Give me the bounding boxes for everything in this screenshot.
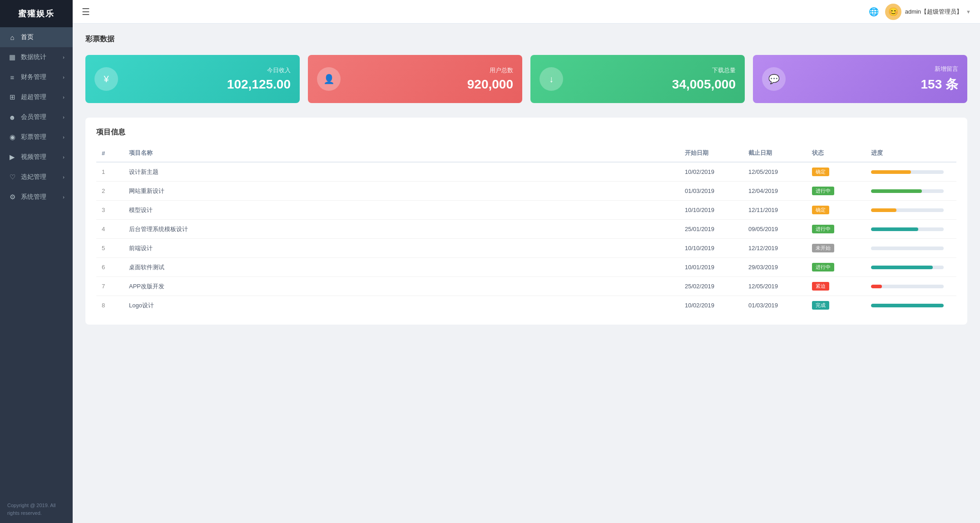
sidebar-logo: 蜜獾娱乐 [0,0,73,27]
nav-icon-selection: ♡ [8,173,16,181]
status-badge-7: 完成 [812,301,829,310]
cell-start-2: 10/10/2019 [679,201,743,220]
chevron-right-icon: › [63,74,64,80]
stat-icon-users: 👤 [317,67,341,91]
cell-end-2: 12/11/2019 [743,201,807,220]
cell-name-7: Logo设计 [124,296,679,315]
nav-icon-finance: ≡ [8,74,16,81]
sidebar-item-selection[interactable]: ♡ 选妃管理 › [0,167,73,187]
status-badge-5: 进行中 [812,263,834,271]
progress-bg-3 [871,227,944,231]
cell-name-4: 前端设计 [124,239,679,258]
stat-card-revenue: ¥ 今日收入 102,125.00 [85,55,300,103]
nav-icon-system: ⚙ [8,193,16,201]
nav-icon-video: ▶ [8,153,16,161]
sidebar-item-home[interactable]: ⌂ 首页 [0,27,73,47]
sidebar-item-label-member: 会员管理 [21,113,46,121]
sidebar-item-label-data-stats: 数据统计 [21,53,46,61]
sidebar-item-finance[interactable]: ≡ 财务管理 › [0,67,73,87]
progress-wrap-1 [871,189,951,193]
avatar: 😊 [885,4,901,20]
sidebar-item-super-admin[interactable]: ⊞ 超超管理 › [0,87,73,107]
stat-icon-messages: 💬 [762,67,786,91]
progress-bg-4 [871,247,944,250]
chevron-right-icon: › [63,194,64,200]
cell-status-6: 紧迫 [807,277,866,296]
hamburger-button[interactable]: ☰ [82,6,90,17]
cell-end-0: 12/05/2019 [743,162,807,182]
project-table: #项目名称开始日期截止日期状态进度 1 设计新主题 10/02/2019 12/… [96,144,956,315]
header-left: ☰ [82,6,90,17]
cell-name-0: 设计新主题 [124,162,679,182]
sidebar-nav: ⌂ 首页 ▦ 数据统计 › ≡ 财务管理 › ⊞ 超超管理 › ☻ 会员管理 ›… [0,27,73,495]
cell-status-5: 进行中 [807,258,866,277]
progress-bg-0 [871,170,944,174]
cell-progress-2 [866,201,956,220]
cell-num-1: 2 [96,182,124,201]
progress-wrap-0 [871,170,951,174]
sidebar-footer: Copyright @ 2019. All rights reserved. [0,495,73,523]
cell-num-6: 7 [96,277,124,296]
nav-icon-data-stats: ▦ [8,53,16,61]
username-label: admin【超级管理员】 [905,8,962,16]
table-row: 2 网站重新设计 01/03/2019 12/04/2019 进行中 [96,182,956,201]
sidebar-item-member[interactable]: ☻ 会员管理 › [0,107,73,127]
chevron-right-icon: › [63,54,64,60]
stat-value-revenue: 102,125.00 [126,77,291,92]
status-badge-0: 确定 [812,168,829,176]
cell-name-5: 桌面软件测试 [124,258,679,277]
nav-icon-home: ⌂ [8,34,16,41]
cell-num-5: 6 [96,258,124,277]
chevron-right-icon: › [63,174,64,180]
sidebar-item-video[interactable]: ▶ 视频管理 › [0,147,73,167]
cell-start-5: 10/01/2019 [679,258,743,277]
cell-name-1: 网站重新设计 [124,182,679,201]
progress-bg-5 [871,266,944,269]
progress-wrap-4 [871,247,951,250]
progress-bg-6 [871,285,944,288]
stat-card-downloads: ↓ 下载总量 34,005,000 [530,55,745,103]
stat-value-messages: 153 条 [794,76,958,93]
table-row: 5 前端设计 10/10/2019 12/12/2019 未开始 [96,239,956,258]
col-header-0: # [96,144,124,162]
cell-status-0: 确定 [807,162,866,182]
stat-info-revenue: 今日收入 102,125.00 [126,66,291,92]
sidebar-item-system[interactable]: ⚙ 系统管理 › [0,187,73,207]
chevron-right-icon: › [63,154,64,160]
cell-name-3: 后台管理系统模板设计 [124,220,679,239]
progress-fill-7 [871,304,944,307]
cell-num-3: 4 [96,220,124,239]
cell-start-4: 10/10/2019 [679,239,743,258]
stat-label-messages: 新增留言 [794,65,958,73]
stat-value-downloads: 34,005,000 [571,77,736,92]
cell-num-7: 8 [96,296,124,315]
progress-fill-3 [871,227,918,231]
progress-fill-2 [871,208,896,212]
cell-end-3: 09/05/2019 [743,220,807,239]
progress-fill-1 [871,189,922,193]
chevron-down-icon: ▼ [966,9,971,15]
user-menu[interactable]: 😊 admin【超级管理员】 ▼ [885,4,971,20]
table-row: 1 设计新主题 10/02/2019 12/05/2019 确定 [96,162,956,182]
cell-progress-6 [866,277,956,296]
cell-status-4: 未开始 [807,239,866,258]
cell-progress-1 [866,182,956,201]
progress-wrap-2 [871,208,951,212]
nav-icon-lottery: ◉ [8,133,16,141]
sidebar-item-label-home: 首页 [21,33,34,41]
chevron-right-icon: › [63,94,64,100]
sidebar-item-data-stats[interactable]: ▦ 数据统计 › [0,47,73,67]
cell-end-7: 01/03/2019 [743,296,807,315]
sidebar-item-lottery[interactable]: ◉ 彩票管理 › [0,127,73,147]
stats-section-title: 彩票数据 [85,35,967,48]
nav-icon-member: ☻ [8,113,16,121]
stat-value-users: 920,000 [349,77,513,92]
cell-progress-7 [866,296,956,315]
progress-wrap-6 [871,285,951,288]
bell-icon[interactable]: 🌐 [869,7,879,17]
stat-info-messages: 新增留言 153 条 [794,65,958,93]
nav-icon-super-admin: ⊞ [8,93,16,101]
progress-bg-2 [871,208,944,212]
progress-fill-0 [871,170,911,174]
col-header-3: 截止日期 [743,144,807,162]
